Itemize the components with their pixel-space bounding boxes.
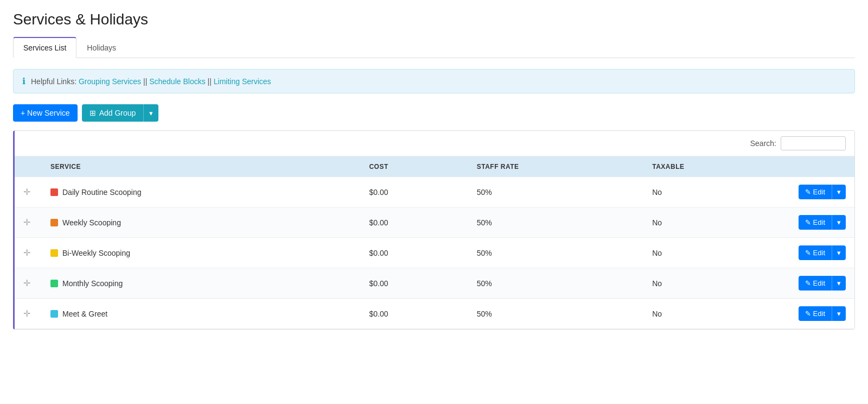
drag-handle-cell: ✛ <box>15 238 42 268</box>
edit-button[interactable]: ✎ Edit <box>799 276 832 291</box>
edit-button-group: ✎ Edit ▾ <box>799 215 846 230</box>
service-staff-rate: 50% <box>468 177 644 207</box>
info-bar: ℹ Helpful Links: Grouping Services || Sc… <box>13 69 855 93</box>
edit-button[interactable]: ✎ Edit <box>799 185 832 199</box>
service-cost: $0.00 <box>360 299 468 329</box>
service-taxable: No <box>643 299 789 329</box>
table-search-bar: Search: <box>15 131 854 156</box>
col-service: SERVICE <box>42 156 360 177</box>
table-row: ✛Monthly Scooping$0.0050%No ✎ Edit ▾ <box>15 268 854 299</box>
service-color-indicator <box>50 188 58 196</box>
drag-handle-icon[interactable]: ✛ <box>23 248 30 257</box>
table-row: ✛Weekly Scooping$0.0050%No ✎ Edit ▾ <box>15 207 854 238</box>
separator-2: || <box>208 77 214 86</box>
service-actions-cell: ✎ Edit ▾ <box>789 177 854 207</box>
new-service-button[interactable]: + New Service <box>13 104 78 122</box>
service-name: Meet & Greet <box>62 310 107 318</box>
drag-handle-cell: ✛ <box>15 207 42 238</box>
tab-holidays[interactable]: Holidays <box>76 37 126 58</box>
service-name: Weekly Scooping <box>62 218 121 227</box>
drag-handle-icon[interactable]: ✛ <box>23 187 30 197</box>
search-input[interactable] <box>781 136 846 150</box>
edit-button-group: ✎ Edit ▾ <box>799 245 846 260</box>
drag-handle-icon[interactable]: ✛ <box>23 309 30 318</box>
action-buttons: + New Service ⊞ Add Group ▾ <box>13 104 855 122</box>
add-group-dropdown-button[interactable]: ▾ <box>143 104 158 122</box>
col-staff-rate: STAFF RATE <box>468 156 644 177</box>
drag-handle-cell: ✛ <box>15 299 42 329</box>
page-container: Services & Holidays Services List Holida… <box>0 0 868 340</box>
services-table-container: Search: SERVICE COST STAFF RATE TAXABLE … <box>13 130 855 330</box>
service-actions-cell: ✎ Edit ▾ <box>789 299 854 329</box>
service-actions-cell: ✎ Edit ▾ <box>789 238 854 268</box>
drag-handle-cell: ✛ <box>15 177 42 207</box>
service-staff-rate: 50% <box>468 268 644 299</box>
service-actions-cell: ✎ Edit ▾ <box>789 207 854 238</box>
drag-handle-icon[interactable]: ✛ <box>23 279 30 288</box>
service-cost: $0.00 <box>360 207 468 238</box>
edit-button[interactable]: ✎ Edit <box>799 245 832 260</box>
service-actions-cell: ✎ Edit ▾ <box>789 268 854 299</box>
add-group-button[interactable]: ⊞ Add Group <box>82 104 144 122</box>
service-color-indicator <box>50 249 58 257</box>
tab-services-list[interactable]: Services List <box>13 37 76 58</box>
service-name-cell: Monthly Scooping <box>42 268 360 299</box>
drag-handle-cell: ✛ <box>15 268 42 299</box>
service-name: Monthly Scooping <box>62 279 123 288</box>
service-cost: $0.00 <box>360 177 468 207</box>
service-name: Daily Routine Scooping <box>62 188 142 197</box>
edit-dropdown-button[interactable]: ▾ <box>832 215 846 230</box>
plus-icon: ⊞ <box>90 109 96 117</box>
limiting-services-link[interactable]: Limiting Services <box>214 77 271 86</box>
info-bar-text: Helpful Links: Grouping Services || Sche… <box>31 77 271 86</box>
col-drag <box>15 156 42 177</box>
edit-dropdown-button[interactable]: ▾ <box>832 306 846 321</box>
service-color-indicator <box>50 280 58 287</box>
edit-dropdown-button[interactable]: ▾ <box>832 245 846 260</box>
service-color-indicator <box>50 219 58 226</box>
service-cost: $0.00 <box>360 268 468 299</box>
service-staff-rate: 50% <box>468 299 644 329</box>
table-header-row: SERVICE COST STAFF RATE TAXABLE <box>15 156 854 177</box>
edit-button-group: ✎ Edit ▾ <box>799 276 846 291</box>
drag-handle-icon[interactable]: ✛ <box>23 218 30 227</box>
table-row: ✛Daily Routine Scooping$0.0050%No ✎ Edit… <box>15 177 854 207</box>
add-group-button-group: ⊞ Add Group ▾ <box>82 104 159 122</box>
service-taxable: No <box>643 238 789 268</box>
service-name: Bi-Weekly Scooping <box>62 249 130 257</box>
col-cost: COST <box>360 156 468 177</box>
edit-button[interactable]: ✎ Edit <box>799 306 832 321</box>
edit-dropdown-button[interactable]: ▾ <box>832 185 846 199</box>
info-icon: ℹ <box>22 76 25 86</box>
col-taxable: TAXABLE <box>643 156 789 177</box>
grouping-services-link[interactable]: Grouping Services <box>79 77 141 86</box>
service-name-cell: Bi-Weekly Scooping <box>42 238 360 268</box>
edit-dropdown-button[interactable]: ▾ <box>832 276 846 291</box>
edit-button[interactable]: ✎ Edit <box>799 215 832 230</box>
table-row: ✛Meet & Greet$0.0050%No ✎ Edit ▾ <box>15 299 854 329</box>
service-name-cell: Daily Routine Scooping <box>42 177 360 207</box>
separator-1: || <box>143 77 149 86</box>
service-taxable: No <box>643 268 789 299</box>
service-staff-rate: 50% <box>468 238 644 268</box>
schedule-blocks-link[interactable]: Schedule Blocks <box>149 77 206 86</box>
col-actions <box>789 156 854 177</box>
service-cost: $0.00 <box>360 238 468 268</box>
service-name-cell: Meet & Greet <box>42 299 360 329</box>
tab-bar: Services List Holidays <box>13 37 855 58</box>
edit-button-group: ✎ Edit ▾ <box>799 306 846 321</box>
edit-button-group: ✎ Edit ▾ <box>799 185 846 199</box>
services-table: SERVICE COST STAFF RATE TAXABLE ✛Daily R… <box>15 156 854 329</box>
service-taxable: No <box>643 177 789 207</box>
search-label: Search: <box>750 139 776 148</box>
service-color-indicator <box>50 310 58 318</box>
services-table-body: ✛Daily Routine Scooping$0.0050%No ✎ Edit… <box>15 177 854 329</box>
service-staff-rate: 50% <box>468 207 644 238</box>
table-row: ✛Bi-Weekly Scooping$0.0050%No ✎ Edit ▾ <box>15 238 854 268</box>
service-taxable: No <box>643 207 789 238</box>
page-title: Services & Holidays <box>13 11 855 28</box>
service-name-cell: Weekly Scooping <box>42 207 360 238</box>
